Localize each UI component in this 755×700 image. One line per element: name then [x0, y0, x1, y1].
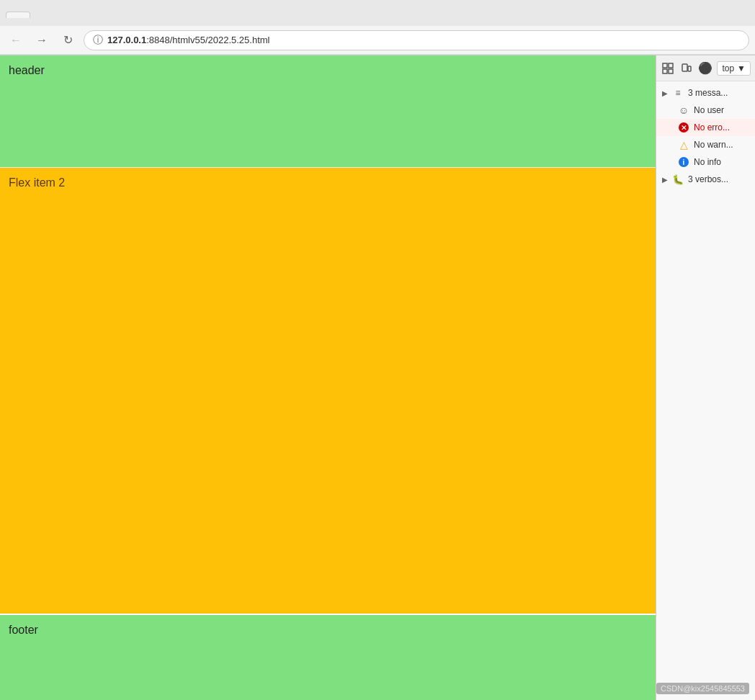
no-error-text: No erro...: [694, 122, 730, 133]
context-label: top: [722, 63, 734, 73]
context-dropdown-icon: ▼: [737, 63, 746, 73]
svg-rect-1: [669, 63, 673, 68]
svg-rect-4: [682, 64, 687, 71]
user-icon: ☺: [678, 104, 689, 116]
page-footer: footer: [0, 614, 656, 700]
devtools-panel: ⚫ top ▼ ▶ ≡ 3 messa... ☺ No user: [656, 55, 755, 700]
console-item-no-error[interactable]: ✕ No erro...: [656, 119, 755, 136]
expand-arrow-messages: ▶: [662, 89, 668, 97]
back-button[interactable]: ←: [6, 30, 26, 50]
flex-item-2-text: Flex item 2: [9, 176, 65, 189]
address-info-icon: ⓘ: [93, 34, 103, 47]
console-item-no-info[interactable]: i No info: [656, 153, 755, 171]
header-text: header: [9, 64, 45, 76]
info-circle-icon: i: [679, 157, 689, 167]
expand-arrow-verbose: ▶: [662, 176, 668, 184]
console-item-no-user[interactable]: ☺ No user: [656, 102, 755, 119]
browser-tab[interactable]: [6, 12, 30, 18]
messages-text: 3 messa...: [688, 88, 728, 98]
address-path: :8848/htmlv55/2022.5.25.html: [146, 35, 269, 45]
info-icon: i: [678, 156, 689, 168]
svg-rect-0: [663, 63, 667, 68]
flex-item-2: Flex item 2: [0, 167, 656, 614]
footer-text: footer: [9, 624, 38, 636]
warning-icon: △: [678, 139, 689, 151]
console-item-verbose[interactable]: ▶ 🐛 3 verbos...: [656, 171, 755, 188]
svg-rect-5: [688, 66, 691, 71]
no-warning-text: No warn...: [694, 140, 733, 150]
console-item-no-warning[interactable]: △ No warn...: [656, 136, 755, 153]
nav-bar: ← → ↻ ⓘ 127.0.0.1:8848/htmlv55/2022.5.25…: [0, 26, 755, 55]
error-circle-icon: ✕: [679, 122, 689, 133]
page-header: header: [0, 55, 656, 167]
messages-icon: ≡: [672, 87, 684, 99]
address-bar[interactable]: ⓘ 127.0.0.1:8848/htmlv55/2022.5.25.html: [84, 30, 749, 50]
svg-rect-2: [663, 69, 667, 73]
verbose-text: 3 verbos...: [688, 174, 728, 184]
verbose-icon: 🐛: [672, 174, 684, 185]
no-user-text: No user: [694, 105, 724, 115]
devtools-device-button[interactable]: [679, 60, 694, 77]
console-item-messages[interactable]: ▶ ≡ 3 messa...: [656, 84, 755, 102]
devtools-toolbar: ⚫ top ▼: [656, 55, 755, 81]
devtools-block-button[interactable]: ⚫: [698, 60, 712, 77]
viewport: header Flex item 2 footer: [0, 55, 656, 700]
devtools-content: ▶ ≡ 3 messa... ☺ No user ✕ No erro...: [656, 81, 755, 700]
forward-button[interactable]: →: [32, 30, 52, 50]
svg-rect-3: [669, 69, 673, 73]
devtools-inspect-button[interactable]: [661, 60, 675, 77]
reload-button[interactable]: ↻: [58, 30, 78, 50]
address-domain: 127.0.0.1: [107, 35, 146, 45]
error-icon: ✕: [678, 122, 689, 133]
no-info-text: No info: [694, 157, 721, 167]
main-area: header Flex item 2 footer: [0, 55, 755, 700]
tab-bar: [0, 0, 755, 26]
address-text: 127.0.0.1:8848/htmlv55/2022.5.25.html: [107, 35, 270, 45]
context-selector[interactable]: top ▼: [717, 61, 751, 76]
browser-chrome: ← → ↻ ⓘ 127.0.0.1:8848/htmlv55/2022.5.25…: [0, 0, 755, 55]
